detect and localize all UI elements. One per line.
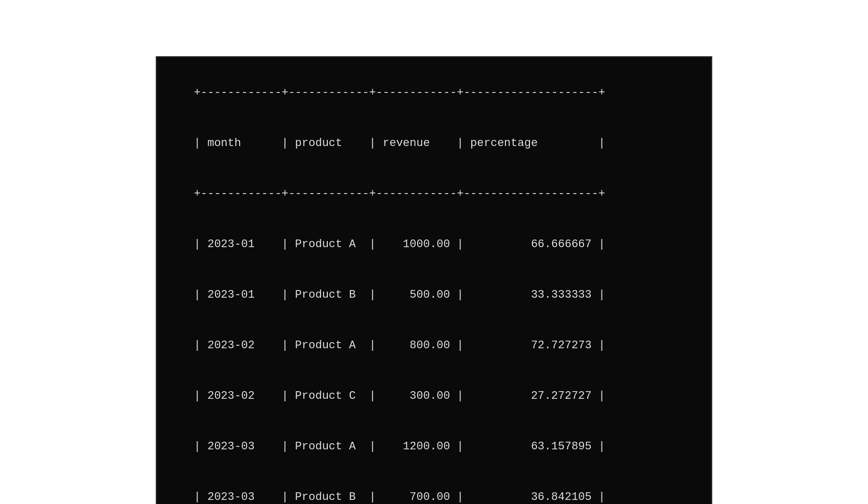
table-row-4: | 2023-02 | Product C | 300.00 | 27.2727… [194,390,605,402]
terminal-window: +------------+------------+------------+… [156,56,712,504]
separator-mid: +------------+------------+------------+… [194,187,605,200]
table-row-3: | 2023-02 | Product A | 800.00 | 72.7272… [194,339,605,352]
table-header: | month | product | revenue | percentage… [194,137,605,150]
table-row-6: | 2023-03 | Product B | 700.00 | 36.8421… [194,491,605,503]
table-row-5: | 2023-03 | Product A | 1200.00 | 63.157… [194,440,605,453]
table-row-2: | 2023-01 | Product B | 500.00 | 33.3333… [194,289,605,301]
terminal-output: +------------+------------+------------+… [167,67,701,504]
table-row-1: | 2023-01 | Product A | 1000.00 | 66.666… [194,238,605,251]
separator-top: +------------+------------+------------+… [194,86,605,99]
